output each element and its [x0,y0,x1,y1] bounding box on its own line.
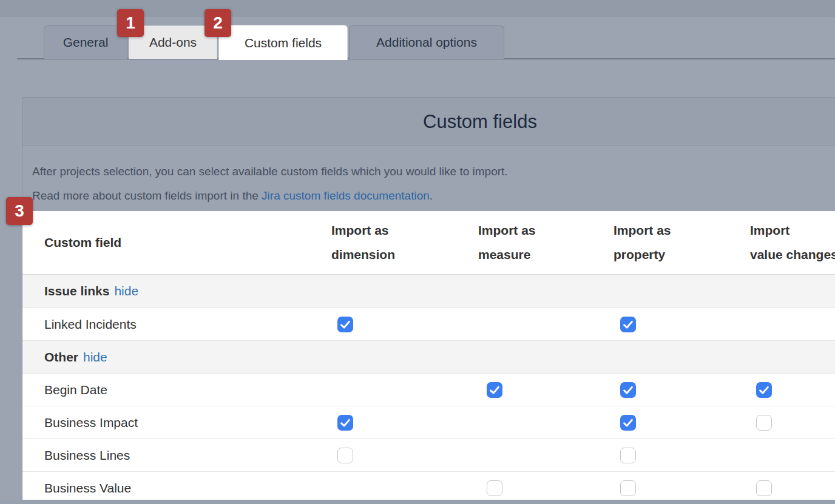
checkbox-import-as-value-changes-unchecked[interactable] [756,480,772,496]
checkbox-import-as-property-checked[interactable] [620,415,636,431]
checkbox-import-as-value-changes-unchecked[interactable] [756,415,772,431]
tab-general[interactable]: General [44,25,127,59]
annotation-badge-2: 2 [205,9,231,37]
field-row: Linked Incidents [22,307,835,340]
row-label: Business Impact [44,415,138,430]
row-label: Business Value [44,481,131,496]
field-row: Business Value [22,471,835,504]
description-line-2-text: Read more about custom fields import in … [32,189,262,202]
bottom-strip [0,500,835,504]
column-header-import-as-dimension: Import as dimension [331,218,438,267]
table-header-row: Custom field Import as dimension Import … [22,211,835,275]
checkbox-import-as-value-changes-checked[interactable] [756,382,772,398]
field-row: Business Lines [22,438,835,471]
column-header-custom-field: Custom field [44,230,299,255]
checkbox-import-as-dimension-checked[interactable] [337,415,353,431]
checkbox-import-as-measure-unchecked[interactable] [487,480,502,496]
column-header-import-as-measure: Import as measure [478,218,584,267]
row-label: Otherhide [44,350,107,365]
custom-fields-panel: Custom fields After projects selection, … [22,97,835,500]
annotation-badge-3: 3 [6,197,33,225]
field-row: Begin Date [22,373,835,406]
column-header-import-as-property: Import as property [614,218,720,267]
jira-docs-link[interactable]: Jira custom fields documentation [262,189,430,202]
checkbox-import-as-measure-checked[interactable] [487,382,502,398]
panel-title: Custom fields [423,111,537,133]
column-header-import-value-changes: Import value changes [750,218,835,267]
description-line-1: After projects selection, you can select… [32,160,835,184]
checkbox-import-as-dimension-checked[interactable] [337,317,353,332]
checkbox-import-as-dimension-unchecked[interactable] [337,448,353,463]
checkbox-import-as-property-checked[interactable] [620,382,636,398]
tab-bar: General Add-ons Custom fields Additional… [44,25,504,60]
row-label: Business Lines [44,448,130,463]
checkbox-import-as-property-checked[interactable] [620,317,636,332]
custom-fields-table: Custom field Import as dimension Import … [22,211,835,500]
hide-link[interactable]: hide [114,284,138,298]
group-row: Issue linkshide [22,275,835,307]
table-body: Issue linkshideLinked IncidentsOtherhide… [22,275,835,504]
group-row: Otherhide [22,340,835,373]
description-line-2-period: . [430,189,433,202]
panel-header: Custom fields [22,98,835,146]
hide-link[interactable]: hide [83,350,107,364]
checkbox-import-as-property-unchecked[interactable] [620,448,636,463]
annotation-badge-1: 1 [117,9,144,37]
row-label: Begin Date [44,383,107,397]
checkbox-import-as-property-unchecked[interactable] [620,480,636,496]
row-label: Issue linkshide [44,284,138,298]
panel-description: After projects selection, you can select… [22,146,835,211]
description-line-2: Read more about custom fields import in … [32,184,835,208]
tab-additional-options[interactable]: Additional options [349,25,504,59]
field-row: Business Impact [22,406,835,438]
row-label: Linked Incidents [44,317,137,332]
tab-custom-fields[interactable]: Custom fields [218,25,348,60]
